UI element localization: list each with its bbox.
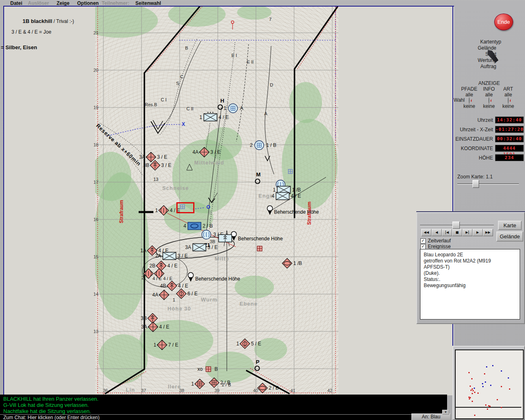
unit-label-right: 2 / B [269, 385, 279, 391]
unit-label-right: 3 / E [208, 244, 218, 250]
unit-label-left: 3B [141, 315, 147, 321]
grid-row-label: 14 [91, 292, 98, 297]
unit-label-left: 4A [152, 292, 158, 298]
readout-panel: Uhrzeit14:32:40Uhrzeit - X-Zeit-01:27:20… [453, 115, 524, 162]
readout-value: 00:32:40 [495, 135, 524, 142]
map-label: llere [168, 383, 181, 390]
chat-line: BLACKHILL hat Ihren Panzer verlassen. [3, 396, 98, 402]
team-line: = Silber, Eisen [1, 44, 37, 50]
unit-label-right: 4 / E [291, 193, 301, 199]
map-label: Schneise [162, 185, 189, 191]
unit-label-left: 3A [141, 324, 147, 330]
chat-line: Nachtfalke hat die Sitzung verlassen. [3, 408, 91, 414]
checkbox-box[interactable]: ✓ [420, 238, 426, 244]
menu-datei[interactable]: Datei [10, 0, 22, 6]
grid-row-label: 17 [91, 180, 98, 185]
event-log: Blau Leopardo 2Egetroffen von Rot M2A2 (… [420, 249, 520, 320]
anzeige-option-keine: keine [459, 103, 479, 109]
minimap-blue-dot [474, 388, 475, 389]
checkbox-label: Zeitverlauf [428, 238, 451, 244]
unit-label-right: 1 /B [293, 260, 302, 266]
zoom-value: 1.1 [486, 174, 493, 180]
menu-zeige[interactable]: Zeige [57, 0, 69, 6]
unit-label-left: 4B [160, 283, 166, 289]
anzeige-col-pfade: PFADEallekeine [459, 86, 479, 109]
menu-seitenwahl[interactable]: Seitenwahl [135, 0, 161, 6]
minimap-red-dot [474, 415, 475, 416]
unit-label-left: 3B [143, 162, 149, 168]
unit-label-right: 1 /B [292, 187, 301, 193]
chat-scroll-down-icon[interactable]: ▼ [442, 410, 449, 415]
anzeige-col-info: INFOallekeine [479, 86, 499, 109]
map-label: C [180, 74, 183, 79]
playback-play-button[interactable]: ▶ [472, 229, 483, 236]
menu-bar: DateiAuslöserZeigeOptionenTeilnehmer:Sei… [0, 0, 525, 6]
session-title: 1B blackhill [23, 18, 52, 24]
minimap-red-dot [472, 393, 473, 394]
unit-label-right: B [215, 366, 218, 372]
readout-row: EINSATZDAUER00:32:40 [453, 134, 524, 144]
event-line: APFSDS-T) [424, 264, 520, 270]
anzeige-title: ANZEIGE [453, 80, 525, 86]
anzeige-knob-art[interactable] [508, 97, 509, 104]
playback-rew-button[interactable]: ◀◀ [421, 229, 431, 236]
map-label: Enge [258, 193, 273, 199]
ende-button[interactable]: Ende [494, 14, 513, 30]
readout-value: 14:32:40 [495, 116, 524, 123]
zoom-label: Zoom Karte: [457, 174, 484, 180]
map-label: E I [231, 53, 237, 58]
grid-col-label: 42 [327, 388, 332, 393]
kartentyp-item-auftrag[interactable]: Auftrag [454, 64, 496, 70]
unit-label-left: 2A [155, 253, 161, 259]
unit-label-right: 6 / E [187, 291, 198, 297]
replay-timeline-thumb[interactable] [452, 221, 460, 229]
minimap-red-dot [484, 373, 485, 374]
minimap-red-dot [501, 407, 502, 408]
event-line: Blau Leopardo 2E [424, 252, 520, 258]
map-zoom-slider[interactable] [457, 183, 519, 185]
unit-label-left: 2 [250, 142, 253, 148]
playback-stepfwd-button[interactable]: ▶| [462, 229, 472, 236]
anzeige-knob-pfade[interactable] [469, 97, 470, 104]
anzeige-option-alle: alle [479, 92, 499, 98]
playback-stop-button[interactable]: ■ [452, 229, 462, 236]
minimap-red-dot [474, 392, 475, 393]
point-ring [255, 366, 260, 371]
gelaende-button[interactable]: Gelände [496, 231, 523, 242]
menu-optionen[interactable]: Optionen [77, 0, 99, 6]
playback-ffwd-button[interactable]: ▶▶ [483, 229, 493, 236]
minimap-blue-dot [482, 383, 483, 384]
readout-label: KOORDINATE [453, 146, 495, 151]
minimap-blue-dot [492, 365, 493, 366]
session-header: 1B blackhill / Trival :-) 3 / E & 4 / E … [0, 6, 98, 55]
map-label: Beherschende Höhe [274, 209, 319, 215]
assignment-line: 3 / E & 4 / E = Joe [11, 29, 51, 35]
unit-label-right: 1 / B [266, 142, 276, 148]
map-label: S [176, 81, 179, 86]
kartentyp-item-wertung[interactable]: Wertung [454, 57, 496, 64]
unit-label-right: 3 / E [178, 253, 188, 259]
checkbox-label: Ereignisse [428, 244, 451, 249]
chat-status-bar[interactable]: Zum Chat: Hier klicken (oder Enter drück… [0, 414, 447, 420]
karte-button[interactable]: Karte [498, 221, 522, 230]
map-label: E II [247, 59, 254, 64]
readout-row: HÖHE234 [453, 153, 524, 162]
anzeige-knob-info[interactable] [488, 97, 489, 104]
unit-label-left: 1 [224, 105, 226, 111]
playback-stepback-button[interactable]: |◀ [442, 229, 452, 236]
unit-label-right: A [240, 105, 243, 111]
unit-label-right: 3 / E [161, 162, 171, 168]
playback-back-button[interactable]: ◀ [431, 229, 442, 236]
unit-label-left: 4 [183, 223, 186, 229]
grid-col-label: 37 [141, 388, 146, 393]
minimap-view [455, 349, 524, 419]
readout-value: 4444 1591 [495, 145, 524, 152]
unit-label-left: xo [197, 366, 203, 372]
map-label: Lin [126, 387, 135, 393]
chat-status-text[interactable]: Zum Chat: Hier klicken (oder Enter drück… [3, 415, 100, 420]
session-subtitle: / Trival :-) [54, 18, 74, 24]
checkbox-box[interactable]: ✓ [420, 244, 426, 249]
map-zoom-slider-thumb[interactable] [472, 180, 479, 188]
menu-auslöser: Auslöser [28, 0, 49, 6]
unit-label-right: 4 / E [167, 263, 178, 269]
